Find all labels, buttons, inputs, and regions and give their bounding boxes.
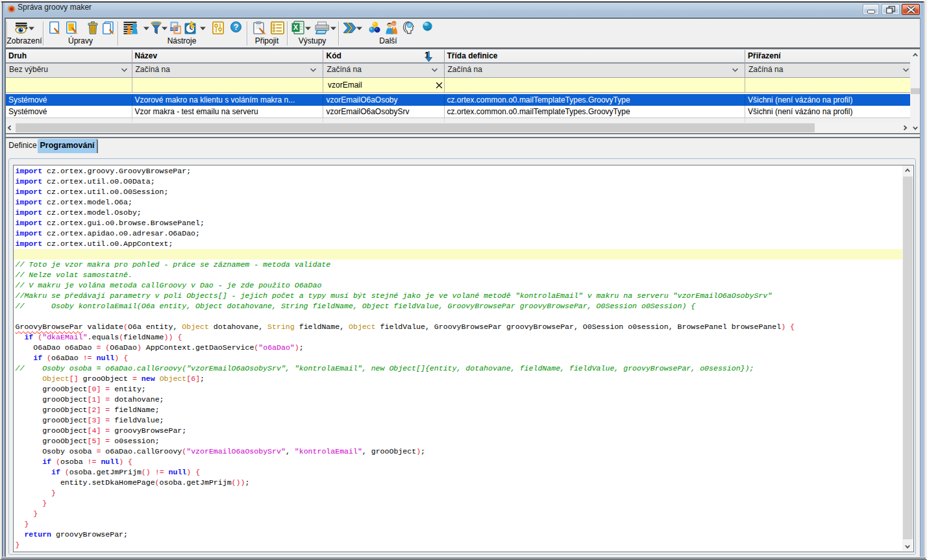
svg-text:X: X bbox=[293, 23, 299, 31]
svg-text:?: ? bbox=[234, 23, 239, 32]
